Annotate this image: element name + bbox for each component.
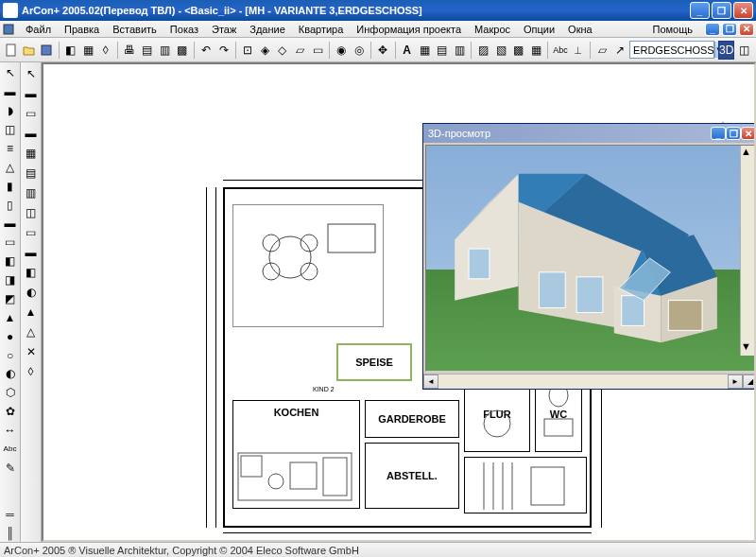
undo-button[interactable]: ↶	[198, 41, 215, 60]
scroll-up-button[interactable]: ▲	[741, 146, 755, 161]
menu-file[interactable]: Файл	[19, 22, 58, 37]
drawing-canvas[interactable]: GAL SPEISE HAR KIND 2 KOCHEN	[42, 62, 756, 542]
beam-tool[interactable]: ▬	[1, 215, 20, 233]
hatch-button-4[interactable]: ▦	[528, 41, 544, 60]
tool-btn-11[interactable]: ▭	[310, 41, 326, 60]
tool-btn-1[interactable]: ◧	[62, 41, 78, 60]
scroll-left-button[interactable]: ◄	[423, 374, 438, 389]
tool-r5[interactable]: ▤	[22, 164, 41, 183]
menu-floor[interactable]: Этаж	[205, 22, 243, 37]
tool-r9[interactable]: ▬	[22, 243, 41, 262]
menu-windows[interactable]: Окна	[561, 22, 599, 37]
tool-r10[interactable]: ◧	[22, 263, 41, 282]
tool-btn-4[interactable]: ▤	[139, 41, 155, 60]
minimize-button[interactable]: _	[690, 2, 710, 19]
tool-r4[interactable]: ▦	[22, 144, 41, 163]
tool-l23[interactable]: ═	[1, 505, 20, 523]
tool-r14[interactable]: ✕	[22, 342, 41, 361]
tool-btn-5[interactable]: ▥	[157, 41, 173, 60]
close-button[interactable]: ✕	[733, 2, 753, 19]
tool-btn-17[interactable]: Abc	[552, 41, 569, 60]
sel2-tool[interactable]: ↖	[22, 64, 41, 83]
preview-close-button[interactable]: ✕	[741, 127, 756, 140]
tool-btn-12[interactable]: ◉	[334, 41, 350, 60]
new-button[interactable]	[4, 41, 20, 60]
tool-r1[interactable]: ▬	[22, 84, 41, 103]
tool-btn-19[interactable]: ▱	[594, 41, 610, 60]
menu-building[interactable]: Здание	[243, 22, 292, 37]
tool-btn-6[interactable]: ▩	[174, 41, 190, 60]
menu-view[interactable]: Показ	[163, 22, 205, 37]
menu-apartment[interactable]: Квартира	[292, 22, 351, 37]
preview-viewport[interactable]: ▲ ▼	[425, 145, 756, 372]
tool-btn-2[interactable]: ▦	[80, 41, 96, 60]
preview-horizontal-scrollbar[interactable]: ◄ ► ◢	[423, 374, 756, 389]
column-tool[interactable]: ▮	[1, 177, 20, 195]
hatch-button-3[interactable]: ▩	[510, 41, 526, 60]
tool-r13[interactable]: △	[22, 322, 41, 341]
tool-l12[interactable]: ◨	[1, 271, 20, 289]
grid-button[interactable]: ▦	[417, 41, 433, 60]
tool-btn-10[interactable]: ▱	[292, 41, 308, 60]
tool-r6[interactable]: ▥	[22, 183, 41, 202]
tool-l11[interactable]: ◧	[1, 252, 20, 270]
tool-l22[interactable]: ✎	[1, 459, 20, 477]
door-tool[interactable]: ◗	[1, 102, 20, 120]
tool-btn-8[interactable]: ◈	[257, 41, 273, 60]
tool-l21[interactable]: Abc	[1, 441, 20, 459]
tool-l17[interactable]: ◐	[1, 365, 20, 383]
tool-l14[interactable]: ▲	[1, 308, 20, 326]
slab-tool[interactable]: ▭	[1, 234, 20, 252]
floor-combo[interactable]: ERDGESCHOSS ▼	[629, 41, 714, 59]
mdi-icon[interactable]	[2, 23, 15, 36]
chimney-tool[interactable]: ▯	[1, 196, 20, 214]
tool-r15[interactable]: ◊	[22, 362, 41, 381]
print-button[interactable]: 🖶	[122, 41, 138, 60]
tool-r7[interactable]: ◫	[22, 203, 41, 222]
mdi-restore-button[interactable]: ❐	[722, 23, 737, 36]
tool-btn-16[interactable]: ▥	[452, 41, 468, 60]
wall-tool[interactable]: ▬	[1, 83, 20, 101]
stair-tool[interactable]: ≡	[1, 140, 20, 158]
menu-insert[interactable]: Вставить	[106, 22, 163, 37]
tool-btn-20[interactable]: ↗	[612, 41, 628, 60]
save-button[interactable]	[39, 41, 55, 60]
tool-l19[interactable]: ✿	[1, 403, 20, 421]
hatch-button-2[interactable]: ▧	[493, 41, 509, 60]
mdi-close-button[interactable]: ✕	[739, 23, 754, 36]
open-button[interactable]	[22, 41, 38, 60]
3d-button[interactable]: 3D	[718, 41, 734, 60]
tool-btn-7[interactable]: ⊡	[240, 41, 256, 60]
preview-maximize-button[interactable]: ❐	[726, 127, 741, 140]
tool-r12[interactable]: ▲	[22, 303, 41, 322]
maximize-button[interactable]: ❐	[712, 2, 731, 19]
menu-options[interactable]: Опции	[517, 22, 561, 37]
hatch-button-1[interactable]: ▨	[475, 41, 491, 60]
preview-titlebar[interactable]: 3D-просмотр _ ❐ ✕	[423, 124, 756, 143]
menu-info[interactable]: Информация проекта	[350, 22, 468, 37]
menu-edit[interactable]: Правка	[58, 22, 106, 37]
tool-l18[interactable]: ⬡	[1, 384, 20, 402]
mdi-minimize-button[interactable]: _	[705, 23, 720, 36]
tool-btn-14[interactable]: ✥	[375, 41, 391, 60]
scroll-right-button[interactable]: ►	[728, 374, 743, 389]
tool-l20[interactable]: ↔	[1, 422, 20, 440]
select-tool[interactable]: ↖	[1, 64, 20, 82]
preview-vertical-scrollbar[interactable]: ▲ ▼	[740, 146, 755, 356]
tool-r8[interactable]: ▭	[22, 223, 41, 242]
tool-btn-15[interactable]: ▤	[434, 41, 450, 60]
tool-l16[interactable]: ○	[1, 346, 20, 364]
preview-minimize-button[interactable]: _	[711, 127, 726, 140]
scroll-down-button[interactable]: ▼	[741, 340, 755, 356]
menu-help[interactable]: Помощь	[646, 22, 700, 37]
tool-l24[interactable]: ║	[1, 524, 20, 542]
tool-btn-3[interactable]: ◊	[97, 41, 113, 60]
tool-r3[interactable]: ▬	[22, 124, 41, 143]
tool-r2[interactable]: ▭	[22, 104, 41, 123]
tool-btn-21[interactable]: ◫	[736, 41, 752, 60]
menu-macro[interactable]: Макрос	[468, 22, 517, 37]
tool-btn-18[interactable]: ⟂	[571, 41, 587, 60]
redo-button[interactable]: ↷	[215, 41, 232, 60]
window-tool[interactable]: ◫	[1, 121, 20, 139]
roof-tool[interactable]: △	[1, 158, 20, 176]
